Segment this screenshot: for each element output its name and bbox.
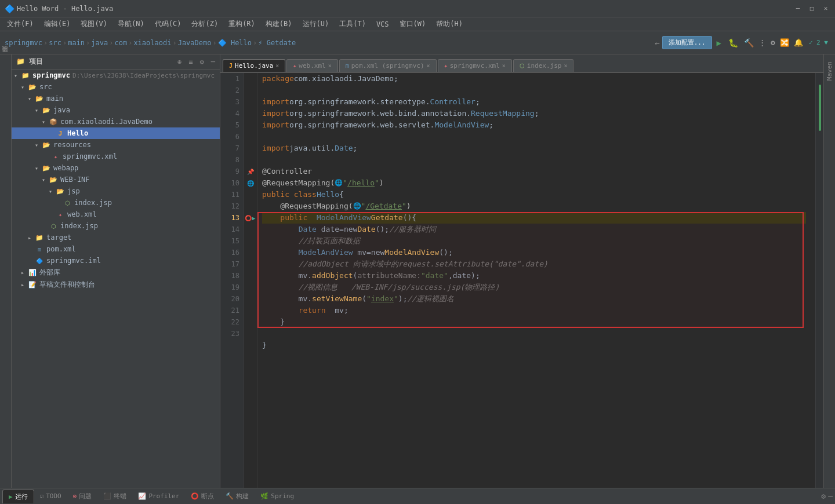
tab-run[interactable]: ▶ 运行: [2, 490, 34, 503]
breadcrumb-xiaolaodi[interactable]: xiaolaodi: [133, 39, 171, 47]
tab-springmvc-xml[interactable]: ✦ springmvc.xml ×: [438, 59, 512, 72]
add-config-button[interactable]: 添加配置...: [662, 36, 712, 49]
tree-item-springmvcxml[interactable]: ✦ springmvc.xml: [12, 151, 220, 162]
problems-icon: ⊗: [73, 492, 77, 500]
code-line-7: import java.util.Date;: [262, 143, 806, 154]
menu-code[interactable]: 代码(C): [150, 18, 186, 30]
tab-hello-java[interactable]: J Hello.java ×: [223, 59, 285, 72]
tree-item-webxml[interactable]: ✦ web.xml: [12, 209, 220, 220]
profiler-icon: 📈: [138, 492, 146, 500]
back-button[interactable]: ←: [655, 38, 659, 48]
hello-java-label: Hello: [67, 129, 88, 137]
bottom-settings-btn[interactable]: ⚙: [821, 492, 826, 501]
sidebar-title: 📁 项目: [16, 57, 43, 67]
tree-item-extlib[interactable]: ▸ 📊 外部库: [12, 266, 220, 279]
code-line-6: [262, 131, 806, 143]
sidebar-close-btn[interactable]: ─: [211, 58, 215, 66]
tree-item-iml[interactable]: 🔷 springmvc.iml: [12, 255, 220, 266]
menu-file[interactable]: 文件(F): [2, 18, 38, 30]
iml-icon: 🔷: [35, 256, 44, 265]
tree-item-jsp[interactable]: ▾ 📂 jsp: [12, 185, 220, 197]
menu-window[interactable]: 窗口(W): [395, 18, 431, 30]
tab-web-xml[interactable]: ✦ web.xml ×: [286, 59, 337, 72]
tree-item-pomxml[interactable]: m pom.xml: [12, 243, 220, 255]
menu-refactor[interactable]: 重构(R): [224, 18, 260, 30]
tab-spring[interactable]: 🌿 Spring: [255, 490, 300, 502]
more-button[interactable]: ⋮: [757, 38, 767, 47]
close-pomxml-tab[interactable]: ×: [427, 63, 430, 69]
breadcrumb-getdate[interactable]: ⚡ Getdate: [258, 39, 296, 47]
close-hello-tab[interactable]: ×: [275, 63, 279, 69]
maximize-button[interactable]: □: [807, 4, 816, 13]
code-editor[interactable]: 1 2 3 4 5 6 7 8 9 10 11 12 13 14 15 16 1…: [220, 73, 823, 488]
tree-item-main[interactable]: ▾ 📂 main: [12, 93, 220, 104]
breadcrumb-main[interactable]: main: [68, 39, 85, 47]
breadcrumb-src[interactable]: src: [49, 39, 61, 47]
close-webxml-tab[interactable]: ×: [328, 63, 332, 69]
code-line-17: //addObject 向请求域中的request.setAttribute("…: [262, 258, 806, 270]
tab-profiler[interactable]: 📈 Profiler: [132, 490, 185, 502]
tree-item-resources[interactable]: ▾ 📂 resources: [12, 139, 220, 151]
tree-item-java[interactable]: ▾ 📂 java: [12, 104, 220, 116]
tree-item-webinf[interactable]: ▾ 📂 WEB-INF: [12, 174, 220, 185]
notifications-button[interactable]: 🔔: [793, 38, 804, 47]
close-springmvcxml-tab[interactable]: ×: [502, 63, 506, 69]
tree-item-hello[interactable]: J Hello: [12, 127, 220, 139]
settings-button[interactable]: ⚙: [769, 38, 776, 47]
breakpoints-icon: ⭕: [191, 492, 199, 500]
sidebar-sync-btn[interactable]: ⊕: [177, 58, 181, 66]
java-tab-icon: J: [229, 63, 233, 69]
tab-todo[interactable]: ☑ TODO: [34, 490, 67, 502]
breadcrumb-java[interactable]: java: [91, 39, 108, 47]
run-button[interactable]: ▶: [714, 38, 724, 48]
menu-edit[interactable]: 编辑(E): [39, 18, 75, 30]
sidebar-header: 📁 项目 ⊕ ≡ ⚙ ─: [12, 54, 220, 70]
debug-button[interactable]: 🐛: [726, 38, 740, 48]
breadcrumb-hello[interactable]: 🔷 Hello: [218, 39, 252, 47]
breadcrumb-com[interactable]: com: [114, 39, 127, 47]
run-here-icon[interactable]: ▶: [252, 215, 255, 221]
maven-tab[interactable]: Maven: [823, 57, 835, 85]
menu-build[interactable]: 构建(B): [261, 18, 297, 30]
menu-vcs[interactable]: VCS: [372, 19, 394, 30]
close-indexjsp-tab[interactable]: ×: [564, 63, 567, 69]
git-button[interactable]: 🔀: [779, 38, 790, 47]
menu-analyze[interactable]: 分析(Z): [187, 18, 223, 30]
bottom-minimize-btn[interactable]: ─: [828, 492, 833, 501]
tree-item-webapp[interactable]: ▾ 📂 webapp: [12, 162, 220, 174]
bottom-panel: ▶ 运行 ☑ TODO ⊗ 问题 ⬛ 终端 📈 Profiler ⭕ 断点 🔨 …: [0, 488, 835, 504]
menu-help[interactable]: 帮助(H): [431, 18, 467, 30]
sidebar-collapse-btn[interactable]: ≡: [188, 58, 193, 66]
menu-view[interactable]: 视图(V): [76, 18, 112, 30]
tree-item-target[interactable]: ▸ 📁 target: [12, 232, 220, 243]
app-icon: 🔷: [5, 4, 14, 13]
minimize-button[interactable]: ─: [793, 4, 803, 13]
code-content[interactable]: package com.xiaolaodi.JavaDemo; import o…: [257, 73, 815, 488]
menu-tools[interactable]: 工具(T): [335, 18, 371, 30]
tree-item-src[interactable]: ▾ 📂 src: [12, 81, 220, 93]
tree-item-springmvc[interactable]: ▾ 📁 springmvc D:\Users\23638\IdeaProject…: [12, 70, 220, 81]
breadcrumb-springmvc[interactable]: springmvc: [5, 39, 42, 47]
tree-item-indexjsp1[interactable]: ⬡ index.jsp: [12, 197, 220, 209]
menu-navigate[interactable]: 导航(N): [113, 18, 149, 30]
menu-run[interactable]: 运行(U): [298, 18, 334, 30]
tree-item-package[interactable]: ▾ 📦 com.xiaolaodi.JavaDemo: [12, 116, 220, 127]
tab-problems[interactable]: ⊗ 问题: [67, 490, 98, 503]
breadcrumb-javademo[interactable]: JavaDemo: [178, 39, 212, 47]
title-bar: 🔷 Hello Word - Hello.java ─ □ ✕: [0, 0, 835, 17]
close-button[interactable]: ✕: [821, 4, 830, 13]
code-line-18: mv.addObject( attributeName: "date",date…: [262, 270, 806, 282]
tab-breakpoints[interactable]: ⭕ 断点: [185, 490, 220, 503]
build-button[interactable]: 🔨: [743, 38, 755, 48]
tab-pom-xml[interactable]: m pom.xml (springmvc) ×: [339, 59, 437, 72]
sidebar-settings-btn[interactable]: ⚙: [200, 58, 204, 66]
tree-item-scratch[interactable]: ▸ 📝 草稿文件和控制台: [12, 279, 220, 291]
indexjsp2-icon: ⬡: [49, 221, 58, 231]
scratch-icon: 📝: [28, 280, 37, 290]
tab-terminal[interactable]: ⬛ 终端: [97, 490, 132, 503]
tab-index-jsp[interactable]: ⬡ index.jsp ×: [513, 59, 574, 72]
tab-build[interactable]: 🔨 构建: [220, 490, 255, 503]
tree-item-indexjsp2[interactable]: ⬡ index.jsp: [12, 220, 220, 232]
main-folder-icon: 📂: [35, 94, 44, 103]
breakpoint-icon[interactable]: ⭕: [245, 215, 252, 221]
